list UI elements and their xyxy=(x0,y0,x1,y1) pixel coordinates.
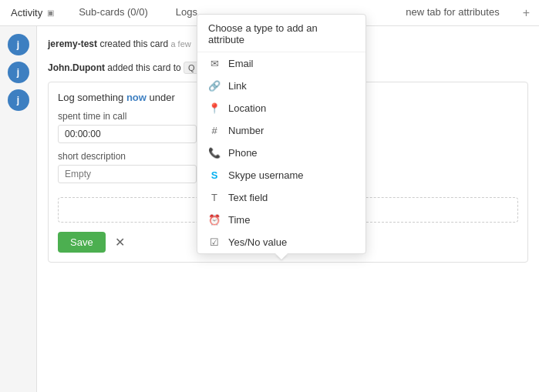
location-label: Location xyxy=(228,102,266,114)
avatar-3: j xyxy=(8,89,29,111)
dropdown-item-text[interactable]: T Text field xyxy=(197,186,366,209)
attribute-type-dropdown: Choose a type to add an attribute ✉ Emai… xyxy=(197,14,366,254)
dropdown-item-yesno[interactable]: ☑ Yes/No value xyxy=(197,231,366,253)
phone-label: Phone xyxy=(228,147,258,159)
yesno-icon: ☑ xyxy=(208,236,221,248)
skype-icon: S xyxy=(208,169,221,181)
location-icon: 📍 xyxy=(208,102,221,114)
spent-time-input[interactable] xyxy=(58,125,197,143)
activity-icon: ▣ xyxy=(47,8,54,17)
tab-new-attributes[interactable]: new tab for attributes xyxy=(392,0,513,25)
avatar-1: j xyxy=(8,34,29,55)
dropdown-caret xyxy=(275,253,288,260)
log-now-link[interactable]: now xyxy=(126,92,147,103)
tab-subcards[interactable]: Sub-cards (0/0) xyxy=(65,0,162,25)
add-tab-button[interactable]: + xyxy=(514,0,539,25)
username-2: John.Dupont xyxy=(48,62,105,73)
time-icon: ⏰ xyxy=(208,214,221,226)
dropdown-item-time[interactable]: ⏰ Time xyxy=(197,209,366,231)
avatar-2: j xyxy=(8,62,29,83)
tab-activity[interactable]: Activity ▣ xyxy=(0,0,65,25)
link-label: Link xyxy=(228,80,247,92)
number-icon: # xyxy=(208,125,221,136)
cancel-button[interactable]: ✕ xyxy=(112,232,128,253)
skype-label: Skype username xyxy=(228,169,304,181)
sidebar: j j j xyxy=(0,26,37,392)
dropdown-item-location[interactable]: 📍 Location xyxy=(197,97,366,119)
number-label: Number xyxy=(228,125,264,136)
dropdown-header: Choose a type to add an attribute xyxy=(197,15,366,52)
action-2: added this card to xyxy=(107,62,184,73)
email-icon: ✉ xyxy=(208,58,221,69)
action-1: created this card xyxy=(99,39,170,49)
time-label: Time xyxy=(228,214,250,226)
activity-text-1: jeremy-test created this card a few xyxy=(48,34,191,49)
dropdown-item-number[interactable]: # Number xyxy=(197,119,366,142)
activity-text-2: John.Dupont added this card to Q xyxy=(48,57,200,74)
text-label: Text field xyxy=(228,192,268,203)
save-button[interactable]: Save xyxy=(58,232,106,253)
dropdown-item-skype[interactable]: S Skype username xyxy=(197,164,366,186)
dropdown-item-email[interactable]: ✉ Email xyxy=(197,52,366,75)
yesno-label: Yes/No value xyxy=(228,236,287,248)
username-1: jeremy-test xyxy=(48,39,97,49)
phone-icon: 📞 xyxy=(208,147,221,159)
activity-label: Activity xyxy=(11,7,42,18)
time-1: a few xyxy=(170,39,190,49)
dropdown-item-phone[interactable]: 📞 Phone xyxy=(197,142,366,164)
email-label: Email xyxy=(228,58,254,69)
link-icon: 🔗 xyxy=(208,80,221,92)
text-icon: T xyxy=(208,192,221,203)
short-desc-input[interactable] xyxy=(58,165,197,183)
dropdown-item-link[interactable]: 🔗 Link xyxy=(197,75,366,97)
